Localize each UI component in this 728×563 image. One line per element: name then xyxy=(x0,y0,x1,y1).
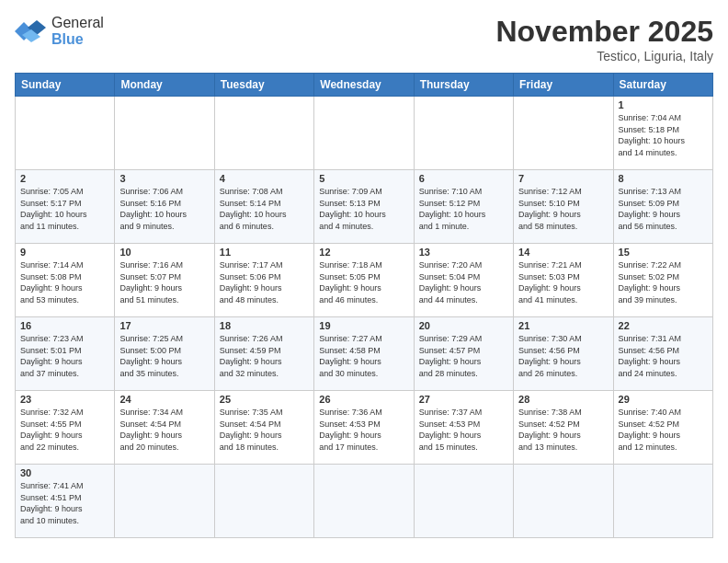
day-info: Sunrise: 7:16 AM Sunset: 5:07 PM Dayligh… xyxy=(119,259,209,305)
day-number: 25 xyxy=(220,394,309,405)
calendar-cell: 7Sunrise: 7:12 AM Sunset: 5:10 PM Daylig… xyxy=(514,170,613,244)
calendar-cell xyxy=(514,465,613,538)
calendar: SundayMondayTuesdayWednesdayThursdayFrid… xyxy=(15,73,713,538)
day-header-monday: Monday xyxy=(115,74,214,97)
page-header: General Blue November 2025 Testico, Ligu… xyxy=(15,15,713,63)
day-header-wednesday: Wednesday xyxy=(314,74,414,97)
day-number: 28 xyxy=(518,394,608,405)
calendar-cell: 4Sunrise: 7:08 AM Sunset: 5:14 PM Daylig… xyxy=(214,170,313,244)
calendar-cell xyxy=(314,465,414,538)
calendar-cell: 17Sunrise: 7:25 AM Sunset: 5:00 PM Dayli… xyxy=(115,317,214,391)
day-number: 24 xyxy=(119,394,209,405)
calendar-cell: 15Sunrise: 7:22 AM Sunset: 5:02 PM Dayli… xyxy=(613,244,712,317)
day-info: Sunrise: 7:06 AM Sunset: 5:16 PM Dayligh… xyxy=(119,186,209,232)
day-number: 1 xyxy=(619,99,708,110)
day-number: 5 xyxy=(319,173,408,184)
day-info: Sunrise: 7:05 AM Sunset: 5:17 PM Dayligh… xyxy=(20,186,109,232)
day-header-saturday: Saturday xyxy=(613,74,712,97)
day-info: Sunrise: 7:08 AM Sunset: 5:14 PM Dayligh… xyxy=(220,186,309,232)
day-number: 15 xyxy=(619,247,708,258)
day-info: Sunrise: 7:04 AM Sunset: 5:18 PM Dayligh… xyxy=(619,112,708,158)
logo-text: General Blue xyxy=(51,15,104,47)
day-number: 22 xyxy=(619,320,708,331)
calendar-cell: 5Sunrise: 7:09 AM Sunset: 5:13 PM Daylig… xyxy=(314,170,414,244)
calendar-cell xyxy=(414,465,513,538)
calendar-cell: 18Sunrise: 7:26 AM Sunset: 4:59 PM Dayli… xyxy=(214,317,313,391)
day-header-sunday: Sunday xyxy=(16,74,115,97)
calendar-cell xyxy=(314,97,414,170)
day-number: 7 xyxy=(518,173,608,184)
day-info: Sunrise: 7:25 AM Sunset: 5:00 PM Dayligh… xyxy=(119,333,209,379)
day-number: 3 xyxy=(119,173,209,184)
day-number: 30 xyxy=(20,467,109,478)
week-row-1: 1Sunrise: 7:04 AM Sunset: 5:18 PM Daylig… xyxy=(16,97,713,170)
day-number: 10 xyxy=(119,247,209,258)
calendar-cell: 22Sunrise: 7:31 AM Sunset: 4:56 PM Dayli… xyxy=(613,317,712,391)
day-info: Sunrise: 7:35 AM Sunset: 4:54 PM Dayligh… xyxy=(220,407,309,453)
day-number: 20 xyxy=(419,320,508,331)
day-number: 14 xyxy=(518,247,608,258)
week-row-5: 23Sunrise: 7:32 AM Sunset: 4:55 PM Dayli… xyxy=(16,391,713,465)
day-info: Sunrise: 7:13 AM Sunset: 5:09 PM Dayligh… xyxy=(619,186,708,232)
week-row-2: 2Sunrise: 7:05 AM Sunset: 5:17 PM Daylig… xyxy=(16,170,713,244)
calendar-cell: 11Sunrise: 7:17 AM Sunset: 5:06 PM Dayli… xyxy=(214,244,313,317)
day-number: 11 xyxy=(220,247,309,258)
day-header-tuesday: Tuesday xyxy=(214,74,313,97)
day-info: Sunrise: 7:18 AM Sunset: 5:05 PM Dayligh… xyxy=(319,259,408,305)
day-number: 13 xyxy=(419,247,508,258)
week-row-4: 16Sunrise: 7:23 AM Sunset: 5:01 PM Dayli… xyxy=(16,317,713,391)
day-number: 26 xyxy=(319,394,408,405)
title-block: November 2025 Testico, Liguria, Italy xyxy=(495,15,713,63)
calendar-cell: 25Sunrise: 7:35 AM Sunset: 4:54 PM Dayli… xyxy=(214,391,313,465)
calendar-cell: 23Sunrise: 7:32 AM Sunset: 4:55 PM Dayli… xyxy=(16,391,115,465)
calendar-cell: 2Sunrise: 7:05 AM Sunset: 5:17 PM Daylig… xyxy=(16,170,115,244)
calendar-cell xyxy=(115,97,214,170)
calendar-cell xyxy=(115,465,214,538)
day-number: 17 xyxy=(119,320,209,331)
day-info: Sunrise: 7:22 AM Sunset: 5:02 PM Dayligh… xyxy=(619,259,708,305)
day-info: Sunrise: 7:27 AM Sunset: 4:58 PM Dayligh… xyxy=(319,333,408,379)
calendar-cell: 13Sunrise: 7:20 AM Sunset: 5:04 PM Dayli… xyxy=(414,244,513,317)
calendar-cell: 16Sunrise: 7:23 AM Sunset: 5:01 PM Dayli… xyxy=(16,317,115,391)
day-number: 9 xyxy=(20,247,109,258)
day-number: 27 xyxy=(419,394,508,405)
day-number: 23 xyxy=(20,394,109,405)
day-info: Sunrise: 7:37 AM Sunset: 4:53 PM Dayligh… xyxy=(419,407,508,453)
day-info: Sunrise: 7:21 AM Sunset: 5:03 PM Dayligh… xyxy=(518,259,608,305)
day-info: Sunrise: 7:26 AM Sunset: 4:59 PM Dayligh… xyxy=(220,333,309,379)
calendar-cell: 20Sunrise: 7:29 AM Sunset: 4:57 PM Dayli… xyxy=(414,317,513,391)
week-row-3: 9Sunrise: 7:14 AM Sunset: 5:08 PM Daylig… xyxy=(16,244,713,317)
calendar-cell xyxy=(613,465,712,538)
calendar-cell: 28Sunrise: 7:38 AM Sunset: 4:52 PM Dayli… xyxy=(514,391,613,465)
calendar-cell: 12Sunrise: 7:18 AM Sunset: 5:05 PM Dayli… xyxy=(314,244,414,317)
calendar-header: SundayMondayTuesdayWednesdayThursdayFrid… xyxy=(16,74,713,97)
day-info: Sunrise: 7:10 AM Sunset: 5:12 PM Dayligh… xyxy=(419,186,508,232)
calendar-cell: 24Sunrise: 7:34 AM Sunset: 4:54 PM Dayli… xyxy=(115,391,214,465)
logo: General Blue xyxy=(15,15,104,47)
location: Testico, Liguria, Italy xyxy=(495,49,713,63)
day-number: 19 xyxy=(319,320,408,331)
day-number: 12 xyxy=(319,247,408,258)
calendar-cell: 29Sunrise: 7:40 AM Sunset: 4:52 PM Dayli… xyxy=(613,391,712,465)
calendar-cell: 14Sunrise: 7:21 AM Sunset: 5:03 PM Dayli… xyxy=(514,244,613,317)
calendar-cell: 30Sunrise: 7:41 AM Sunset: 4:51 PM Dayli… xyxy=(16,465,115,538)
day-info: Sunrise: 7:09 AM Sunset: 5:13 PM Dayligh… xyxy=(319,186,408,232)
calendar-cell: 8Sunrise: 7:13 AM Sunset: 5:09 PM Daylig… xyxy=(613,170,712,244)
month-title: November 2025 xyxy=(495,15,713,49)
day-number: 2 xyxy=(20,173,109,184)
calendar-cell: 26Sunrise: 7:36 AM Sunset: 4:53 PM Dayli… xyxy=(314,391,414,465)
calendar-cell: 1Sunrise: 7:04 AM Sunset: 5:18 PM Daylig… xyxy=(613,97,712,170)
day-info: Sunrise: 7:14 AM Sunset: 5:08 PM Dayligh… xyxy=(20,259,109,305)
week-row-6: 30Sunrise: 7:41 AM Sunset: 4:51 PM Dayli… xyxy=(16,465,713,538)
calendar-cell: 21Sunrise: 7:30 AM Sunset: 4:56 PM Dayli… xyxy=(514,317,613,391)
day-number: 8 xyxy=(619,173,708,184)
calendar-cell: 9Sunrise: 7:14 AM Sunset: 5:08 PM Daylig… xyxy=(16,244,115,317)
day-info: Sunrise: 7:38 AM Sunset: 4:52 PM Dayligh… xyxy=(518,407,608,453)
day-info: Sunrise: 7:30 AM Sunset: 4:56 PM Dayligh… xyxy=(518,333,608,379)
day-header-friday: Friday xyxy=(514,74,613,97)
day-header-thursday: Thursday xyxy=(414,74,513,97)
day-info: Sunrise: 7:31 AM Sunset: 4:56 PM Dayligh… xyxy=(619,333,708,379)
day-info: Sunrise: 7:29 AM Sunset: 4:57 PM Dayligh… xyxy=(419,333,508,379)
day-info: Sunrise: 7:36 AM Sunset: 4:53 PM Dayligh… xyxy=(319,407,408,453)
calendar-cell xyxy=(214,465,313,538)
